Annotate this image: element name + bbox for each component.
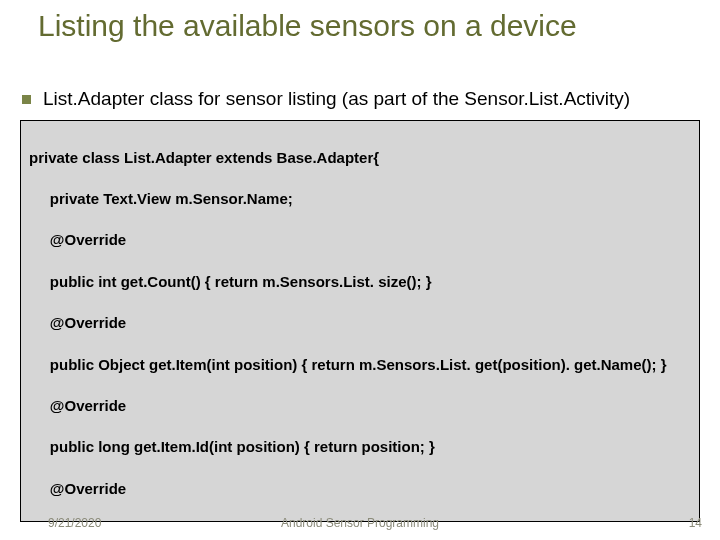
- bullet-text: List.Adapter class for sensor listing (a…: [43, 88, 630, 110]
- code-line: public long get.Item.Id(int position) { …: [29, 437, 691, 458]
- code-line: private Text.View m.Sensor.Name;: [29, 189, 691, 210]
- code-block: private class List.Adapter extends Base.…: [20, 120, 700, 522]
- footer-page-number: 14: [689, 516, 702, 530]
- slide-title: Listing the available sensors on a devic…: [38, 8, 698, 43]
- code-line: public Object get.Item(int position) { r…: [29, 355, 691, 376]
- square-bullet-icon: [22, 95, 31, 104]
- code-line: public int get.Count() { return m.Sensor…: [29, 272, 691, 293]
- code-line: private class List.Adapter extends Base.…: [29, 148, 691, 169]
- slide: Listing the available sensors on a devic…: [0, 0, 720, 540]
- code-line: @Override: [29, 479, 691, 500]
- code-line: @Override: [29, 313, 691, 334]
- footer-title: Android Sensor Programming: [0, 516, 720, 530]
- bullet-row: List.Adapter class for sensor listing (a…: [22, 88, 702, 110]
- code-line: @Override: [29, 396, 691, 417]
- code-line: @Override: [29, 230, 691, 251]
